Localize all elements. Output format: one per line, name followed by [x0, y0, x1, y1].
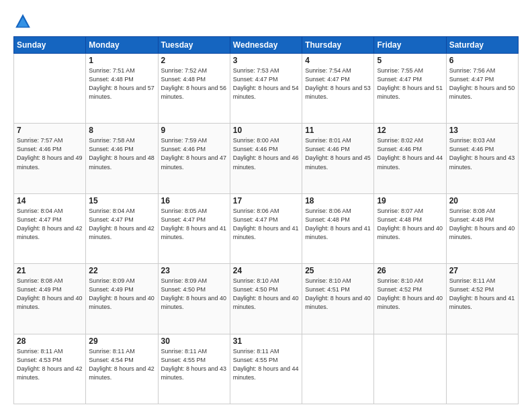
week-row-5: 28Sunrise: 8:11 AMSunset: 4:53 PMDayligh… — [14, 334, 519, 404]
day-number: 15 — [89, 196, 154, 205]
day-info: Sunrise: 7:59 AMSunset: 4:46 PMDaylight:… — [161, 136, 227, 171]
day-cell: 29Sunrise: 8:11 AMSunset: 4:54 PMDayligh… — [86, 334, 158, 404]
day-info: Sunrise: 8:07 AMSunset: 4:48 PMDaylight:… — [377, 207, 443, 242]
day-cell: 25Sunrise: 8:10 AMSunset: 4:51 PMDayligh… — [302, 264, 374, 334]
col-header-wednesday: Wednesday — [230, 37, 302, 54]
week-row-2: 7Sunrise: 7:57 AMSunset: 4:46 PMDaylight… — [14, 124, 519, 193]
day-cell: 26Sunrise: 8:10 AMSunset: 4:52 PMDayligh… — [374, 264, 446, 334]
day-number: 3 — [233, 56, 299, 65]
day-number: 30 — [161, 336, 227, 346]
day-info: Sunrise: 8:11 AMSunset: 4:54 PMDaylight:… — [89, 347, 154, 382]
day-cell — [374, 334, 446, 404]
day-number: 7 — [17, 126, 83, 135]
day-number: 14 — [17, 196, 83, 205]
day-info: Sunrise: 8:06 AMSunset: 4:47 PMDaylight:… — [233, 207, 299, 242]
day-cell: 17Sunrise: 8:06 AMSunset: 4:47 PMDayligh… — [230, 193, 302, 263]
calendar-header-row: SundayMondayTuesdayWednesdayThursdayFrid… — [14, 37, 519, 54]
day-cell: 11Sunrise: 8:01 AMSunset: 4:46 PMDayligh… — [302, 124, 374, 193]
day-number: 21 — [17, 266, 83, 275]
day-cell: 22Sunrise: 8:09 AMSunset: 4:49 PMDayligh… — [86, 264, 158, 334]
day-info: Sunrise: 7:57 AMSunset: 4:46 PMDaylight:… — [17, 136, 83, 171]
day-cell: 28Sunrise: 8:11 AMSunset: 4:53 PMDayligh… — [14, 334, 86, 404]
day-number: 31 — [233, 336, 299, 346]
day-number: 28 — [17, 336, 83, 346]
col-header-tuesday: Tuesday — [158, 37, 230, 54]
day-number: 9 — [161, 126, 227, 135]
day-cell: 27Sunrise: 8:11 AMSunset: 4:52 PMDayligh… — [446, 264, 518, 334]
week-row-1: 1Sunrise: 7:51 AMSunset: 4:48 PMDaylight… — [14, 54, 519, 124]
day-info: Sunrise: 8:11 AMSunset: 4:55 PMDaylight:… — [233, 347, 299, 382]
day-number: 24 — [233, 266, 299, 275]
col-header-thursday: Thursday — [302, 37, 374, 54]
day-info: Sunrise: 7:52 AMSunset: 4:48 PMDaylight:… — [161, 66, 227, 101]
day-cell: 15Sunrise: 8:04 AMSunset: 4:47 PMDayligh… — [86, 193, 158, 263]
day-number: 23 — [161, 266, 227, 275]
day-cell: 16Sunrise: 8:05 AMSunset: 4:47 PMDayligh… — [158, 193, 230, 263]
day-cell: 30Sunrise: 8:11 AMSunset: 4:55 PMDayligh… — [158, 334, 230, 404]
day-cell: 5Sunrise: 7:55 AMSunset: 4:47 PMDaylight… — [374, 54, 446, 124]
day-info: Sunrise: 8:10 AMSunset: 4:50 PMDaylight:… — [233, 277, 299, 312]
day-cell: 13Sunrise: 8:03 AMSunset: 4:46 PMDayligh… — [446, 124, 518, 193]
day-info: Sunrise: 8:05 AMSunset: 4:47 PMDaylight:… — [161, 207, 227, 242]
day-cell: 2Sunrise: 7:52 AMSunset: 4:48 PMDaylight… — [158, 54, 230, 124]
header — [13, 12, 519, 31]
day-number: 22 — [89, 266, 154, 275]
day-info: Sunrise: 8:09 AMSunset: 4:50 PMDaylight:… — [161, 277, 227, 312]
day-number: 16 — [161, 196, 227, 205]
day-number: 2 — [161, 56, 227, 65]
calendar-table: SundayMondayTuesdayWednesdayThursdayFrid… — [13, 36, 519, 404]
day-cell: 8Sunrise: 7:58 AMSunset: 4:46 PMDaylight… — [86, 124, 158, 193]
day-info: Sunrise: 7:55 AMSunset: 4:47 PMDaylight:… — [377, 66, 443, 101]
week-row-3: 14Sunrise: 8:04 AMSunset: 4:47 PMDayligh… — [14, 193, 519, 263]
col-header-sunday: Sunday — [14, 37, 86, 54]
day-cell: 24Sunrise: 8:10 AMSunset: 4:50 PMDayligh… — [230, 264, 302, 334]
day-cell: 10Sunrise: 8:00 AMSunset: 4:46 PMDayligh… — [230, 124, 302, 193]
day-number: 6 — [449, 56, 515, 65]
col-header-saturday: Saturday — [446, 37, 518, 54]
day-info: Sunrise: 8:09 AMSunset: 4:49 PMDaylight:… — [89, 277, 154, 312]
day-number: 25 — [305, 266, 371, 275]
week-row-4: 21Sunrise: 8:08 AMSunset: 4:49 PMDayligh… — [14, 264, 519, 334]
day-number: 11 — [305, 126, 371, 135]
day-info: Sunrise: 7:53 AMSunset: 4:47 PMDaylight:… — [233, 66, 299, 101]
day-cell — [14, 54, 86, 124]
day-number: 13 — [449, 126, 515, 135]
day-info: Sunrise: 8:00 AMSunset: 4:46 PMDaylight:… — [233, 136, 299, 171]
page: SundayMondayTuesdayWednesdayThursdayFrid… — [0, 0, 532, 411]
day-number: 4 — [305, 56, 371, 65]
day-cell — [446, 334, 518, 404]
day-cell: 3Sunrise: 7:53 AMSunset: 4:47 PMDaylight… — [230, 54, 302, 124]
day-cell: 12Sunrise: 8:02 AMSunset: 4:46 PMDayligh… — [374, 124, 446, 193]
day-number: 26 — [377, 266, 443, 275]
day-cell: 9Sunrise: 7:59 AMSunset: 4:46 PMDaylight… — [158, 124, 230, 193]
day-number: 12 — [377, 126, 443, 135]
day-info: Sunrise: 8:11 AMSunset: 4:55 PMDaylight:… — [161, 347, 227, 382]
day-info: Sunrise: 8:03 AMSunset: 4:46 PMDaylight:… — [449, 136, 515, 171]
day-number: 17 — [233, 196, 299, 205]
day-info: Sunrise: 8:11 AMSunset: 4:52 PMDaylight:… — [449, 277, 515, 312]
day-info: Sunrise: 8:02 AMSunset: 4:46 PMDaylight:… — [377, 136, 443, 171]
day-info: Sunrise: 8:11 AMSunset: 4:53 PMDaylight:… — [17, 347, 83, 382]
col-header-monday: Monday — [86, 37, 158, 54]
day-cell: 19Sunrise: 8:07 AMSunset: 4:48 PMDayligh… — [374, 193, 446, 263]
day-number: 20 — [449, 196, 515, 205]
day-number: 5 — [377, 56, 443, 65]
day-info: Sunrise: 8:04 AMSunset: 4:47 PMDaylight:… — [17, 207, 83, 242]
day-cell: 23Sunrise: 8:09 AMSunset: 4:50 PMDayligh… — [158, 264, 230, 334]
logo — [13, 12, 35, 31]
day-cell: 18Sunrise: 8:06 AMSunset: 4:48 PMDayligh… — [302, 193, 374, 263]
day-number: 8 — [89, 126, 154, 135]
day-info: Sunrise: 8:01 AMSunset: 4:46 PMDaylight:… — [305, 136, 371, 171]
day-info: Sunrise: 8:10 AMSunset: 4:52 PMDaylight:… — [377, 277, 443, 312]
day-info: Sunrise: 8:10 AMSunset: 4:51 PMDaylight:… — [305, 277, 371, 312]
day-info: Sunrise: 8:04 AMSunset: 4:47 PMDaylight:… — [89, 207, 154, 242]
day-info: Sunrise: 7:54 AMSunset: 4:47 PMDaylight:… — [305, 66, 371, 101]
col-header-friday: Friday — [374, 37, 446, 54]
day-info: Sunrise: 7:58 AMSunset: 4:46 PMDaylight:… — [89, 136, 154, 171]
day-number: 18 — [305, 196, 371, 205]
day-cell: 4Sunrise: 7:54 AMSunset: 4:47 PMDaylight… — [302, 54, 374, 124]
day-info: Sunrise: 7:56 AMSunset: 4:47 PMDaylight:… — [449, 66, 515, 101]
day-cell: 1Sunrise: 7:51 AMSunset: 4:48 PMDaylight… — [86, 54, 158, 124]
day-info: Sunrise: 8:08 AMSunset: 4:48 PMDaylight:… — [449, 207, 515, 242]
day-cell: 31Sunrise: 8:11 AMSunset: 4:55 PMDayligh… — [230, 334, 302, 404]
